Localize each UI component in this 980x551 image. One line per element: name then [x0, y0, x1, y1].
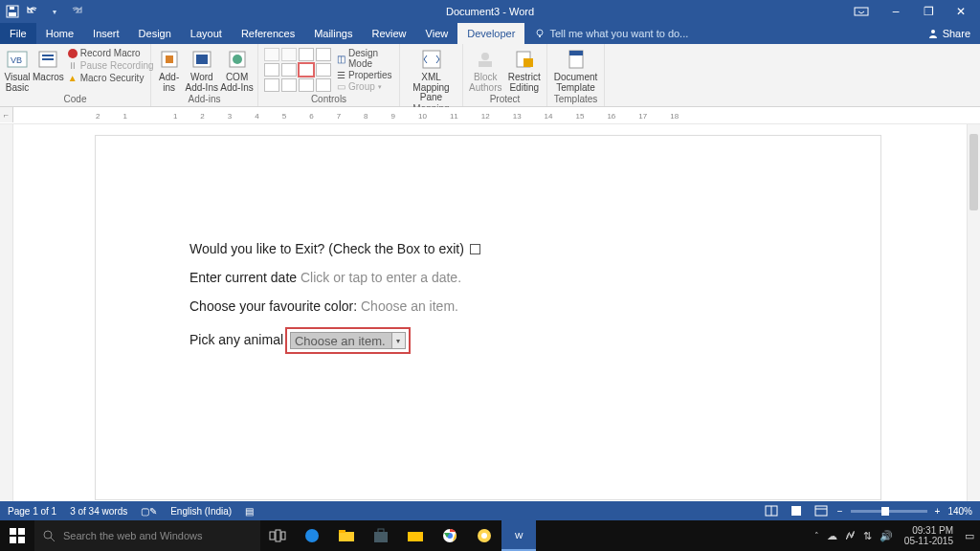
svg-rect-2: [10, 7, 14, 10]
tab-insert[interactable]: Insert: [83, 23, 129, 44]
svg-rect-32: [10, 537, 16, 543]
group-controls: ◫Design Mode ☰Properties ▭Group ▾ Contro…: [258, 44, 400, 106]
tab-file[interactable]: File: [0, 23, 36, 44]
tab-home[interactable]: Home: [36, 23, 83, 44]
page-content[interactable]: Would you like to Exit? (Check the Box t…: [96, 136, 880, 354]
line-exit[interactable]: Would you like to Exit? (Check the Box t…: [189, 241, 880, 256]
block-authors-icon: [472, 48, 499, 71]
zoom-in-button[interactable]: +: [935, 506, 941, 517]
horizontal-ruler[interactable]: ⌐ 21123456789101112131415161718: [0, 107, 980, 124]
maximize-button[interactable]: ❐: [919, 5, 938, 18]
tab-layout[interactable]: Layout: [181, 23, 232, 44]
system-tray: ˄ ☁ 🗲 ⇅ 🔊 09:31 PM 05-11-2015 ▭: [809, 525, 980, 546]
chrome-icon[interactable]: [433, 520, 467, 551]
tray-onedrive-icon[interactable]: ☁: [827, 530, 837, 542]
undo-icon[interactable]: [27, 5, 40, 18]
minimize-button[interactable]: –: [886, 5, 905, 18]
zoom-slider[interactable]: [851, 510, 927, 513]
folder-yellow-icon[interactable]: [398, 520, 433, 551]
tab-design[interactable]: Design: [129, 23, 181, 44]
notifications-icon[interactable]: ▭: [965, 530, 974, 542]
qat-dropdown-icon[interactable]: ▾: [48, 5, 61, 18]
document-page[interactable]: Would you like to Exit? (Check the Box t…: [96, 136, 880, 499]
dropdown-control-color[interactable]: Choose an item.: [361, 298, 458, 314]
task-view-icon[interactable]: [260, 520, 295, 551]
print-layout-icon[interactable]: [788, 504, 805, 518]
visual-basic-button[interactable]: VB Visual Basic: [4, 46, 31, 93]
com-addins-button[interactable]: COM Add-Ins: [220, 46, 254, 93]
warning-icon: ▲: [68, 73, 78, 83]
group-code: VB Visual Basic Macros Record Macro ⏸Pau…: [0, 44, 151, 106]
com-addins-icon: [224, 48, 251, 71]
svg-rect-22: [523, 58, 533, 67]
tab-developer[interactable]: Developer: [457, 23, 524, 44]
tab-review[interactable]: Review: [363, 23, 416, 44]
addins-icon: [156, 48, 183, 71]
macro-record-status-icon[interactable]: ▤: [245, 506, 254, 517]
line-animal[interactable]: Pick any animal Choose an item. ▾: [189, 327, 880, 354]
group-label-controls: Controls: [258, 94, 399, 106]
redo-icon[interactable]: [69, 5, 82, 18]
design-mode-button[interactable]: ◫Design Mode: [337, 48, 393, 69]
document-template-button[interactable]: Document Template: [551, 46, 600, 93]
tray-battery-icon[interactable]: 🗲: [845, 530, 856, 541]
svg-rect-40: [339, 532, 354, 541]
start-button[interactable]: [0, 520, 34, 551]
windows-taskbar: Search the web and Windows W ˄ ☁ 🗲 ⇅ 🔊 0…: [0, 520, 980, 551]
zoom-slider-knob[interactable]: [881, 507, 889, 516]
scrollbar-thumb[interactable]: [969, 134, 978, 210]
save-icon[interactable]: [6, 5, 19, 18]
tab-mailings[interactable]: Mailings: [304, 23, 362, 44]
addins-button[interactable]: Add- ins: [155, 46, 183, 93]
web-layout-icon[interactable]: [813, 504, 830, 518]
ruler-scale: 21123456789101112131415161718: [96, 109, 980, 122]
share-icon: [927, 28, 939, 39]
date-picker-control[interactable]: Click or tap to enter a date.: [301, 270, 461, 285]
zoom-out-button[interactable]: −: [837, 506, 843, 517]
controls-gallery[interactable]: [262, 46, 333, 94]
combobox-control-icon[interactable]: [299, 63, 314, 77]
taskbar-search[interactable]: Search the web and Windows: [34, 520, 260, 551]
close-button[interactable]: ✕: [951, 5, 970, 18]
svg-point-17: [233, 55, 242, 64]
line-color[interactable]: Choose your favourite color: Choose an i…: [189, 298, 880, 314]
checkbox-control[interactable]: [470, 244, 480, 254]
vertical-ruler[interactable]: [0, 124, 13, 501]
word-addins-button[interactable]: Word Add-Ins: [185, 46, 218, 93]
ribbon-options-icon[interactable]: [854, 7, 873, 16]
status-words[interactable]: 3 of 34 words: [70, 506, 127, 517]
combobox-control-animal[interactable]: Choose an item. ▾: [290, 332, 406, 349]
tray-chevron-up-icon[interactable]: ˄: [814, 531, 819, 540]
share-button[interactable]: Share: [918, 23, 980, 44]
xml-mapping-button[interactable]: XML Mapping Pane: [404, 46, 458, 103]
windows-icon: [10, 528, 25, 543]
word-taskbar-icon[interactable]: W: [501, 520, 536, 551]
tab-references[interactable]: References: [232, 23, 304, 44]
spellcheck-icon[interactable]: ▢✎: [141, 506, 157, 517]
chevron-down-icon[interactable]: ▾: [391, 333, 405, 348]
line-date[interactable]: Enter current date Click or tap to enter…: [189, 270, 880, 285]
record-macro-button[interactable]: Record Macro: [68, 48, 154, 58]
macros-button[interactable]: Macros: [33, 46, 64, 83]
vertical-scrollbar[interactable]: [967, 124, 980, 501]
macro-security-button[interactable]: ▲Macro Security: [68, 73, 154, 83]
taskbar-clock[interactable]: 09:31 PM 05-11-2015: [901, 525, 957, 546]
svg-point-6: [931, 30, 935, 33]
file-explorer-icon[interactable]: [329, 520, 364, 551]
tell-me-search[interactable]: Tell me what you want to do...: [524, 23, 698, 44]
tray-network-icon[interactable]: ⇅: [863, 530, 872, 542]
combobox-highlight: Choose an item. ▾: [285, 327, 411, 354]
properties-button[interactable]: ☰Properties: [337, 70, 393, 80]
status-page[interactable]: Page 1 of 1: [8, 506, 56, 517]
store-icon[interactable]: [364, 520, 398, 551]
tab-view[interactable]: View: [416, 23, 458, 44]
svg-point-4: [537, 30, 543, 35]
restrict-editing-button[interactable]: Restrict Editing: [506, 46, 544, 93]
svg-text:W: W: [515, 531, 523, 540]
zoom-level[interactable]: 140%: [947, 506, 972, 517]
status-language[interactable]: English (India): [170, 506, 232, 517]
read-mode-icon[interactable]: [763, 504, 780, 518]
tray-volume-icon[interactable]: 🔊: [880, 530, 893, 542]
edge-icon[interactable]: [295, 520, 329, 551]
chrome-canary-icon[interactable]: [467, 520, 501, 551]
